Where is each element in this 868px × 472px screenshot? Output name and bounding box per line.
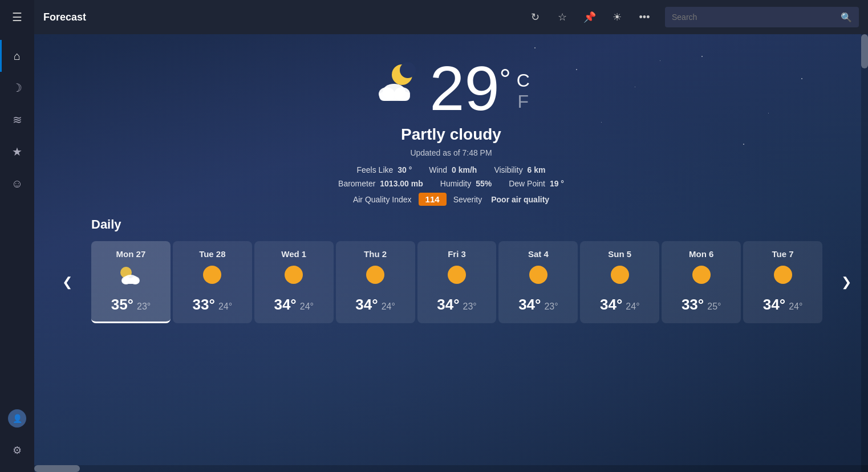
favorite-button[interactable]: ☆	[551, 6, 574, 29]
topbar-actions: ↻ ☆ 📌 ☀ ••• 🔍	[524, 6, 859, 29]
day-card-2[interactable]: Wed 134°24°	[254, 241, 334, 323]
sidebar-item-mood[interactable]: ☺	[0, 168, 34, 200]
day-temps-2: 34°24°	[274, 296, 314, 314]
updated-time: Updated as of 7:48 PM	[410, 148, 492, 157]
visibility-value: 6 km	[528, 165, 546, 174]
svg-point-13	[366, 266, 384, 284]
day-high-0: 35°	[111, 296, 133, 314]
sidebar-item-charts[interactable]: ≋	[0, 104, 34, 136]
svg-point-11	[203, 266, 221, 284]
weather-stats-row1: Feels Like 30 ° Wind 0 km/h Visibility 6…	[356, 165, 545, 174]
pin-button[interactable]: 📌	[578, 6, 601, 29]
day-high-4: 34°	[437, 296, 459, 314]
menu-button[interactable]: ☰	[0, 0, 34, 34]
chevron-right-icon: ❯	[841, 275, 851, 290]
main-area: Forecast ↻ ☆ 📌 ☀ ••• 🔍	[34, 0, 868, 472]
scroll-right-button[interactable]: ❯	[836, 272, 857, 292]
feels-like: Feels Like 30 °	[356, 165, 412, 174]
sidebar-item-home[interactable]: ⌂	[0, 40, 34, 72]
refresh-button[interactable]: ↻	[524, 6, 546, 29]
menu-icon: ☰	[12, 10, 22, 24]
fahrenheit-button[interactable]: F	[517, 91, 529, 112]
barometer-label: Barometer	[338, 179, 375, 188]
more-button[interactable]: •••	[633, 6, 656, 29]
daily-scroll-container: ❮ Mon 2735°23°Tue 2833°24°Wed 134°24°Thu…	[91, 241, 822, 323]
charts-icon: ≋	[13, 113, 22, 127]
sidebar-bottom: 👤 ⚙	[0, 402, 34, 472]
day-temps-5: 34°23°	[518, 296, 558, 314]
visibility: Visibility 6 km	[494, 165, 545, 174]
svg-point-12	[285, 266, 303, 284]
day-icon-2	[282, 263, 305, 291]
emoji-icon: ☺	[11, 177, 23, 190]
day-card-8[interactable]: Tue 734°24°	[743, 241, 822, 323]
avatar-button[interactable]: 👤	[0, 402, 34, 434]
severity-label: Severity	[453, 195, 482, 204]
svg-point-15	[529, 266, 547, 284]
day-label-4: Fri 3	[448, 249, 466, 259]
feels-like-value: 30 °	[398, 165, 412, 174]
unit-switcher: C F	[517, 70, 530, 112]
app-title: Forecast	[43, 11, 86, 23]
day-high-8: 34°	[763, 296, 785, 314]
day-high-7: 33°	[682, 296, 704, 314]
day-card-6[interactable]: Sun 534°24°	[580, 241, 659, 323]
day-low-7: 25°	[707, 302, 721, 312]
brightness-button[interactable]: ☀	[606, 6, 628, 29]
day-low-6: 24°	[626, 302, 639, 312]
day-card-1[interactable]: Tue 2833°24°	[173, 241, 252, 323]
day-temps-4: 34°23°	[437, 296, 477, 314]
day-low-3: 24°	[382, 302, 395, 312]
scrollbar-thumb[interactable]	[34, 465, 80, 472]
day-icon-0	[118, 263, 143, 291]
daily-title: Daily	[91, 217, 822, 232]
search-box[interactable]: 🔍	[665, 7, 859, 27]
home-icon: ⌂	[14, 50, 21, 63]
day-high-3: 34°	[355, 296, 378, 314]
humidity: Humidity 55%	[440, 179, 492, 188]
vertical-scrollbar[interactable]	[861, 34, 868, 472]
svg-rect-10	[122, 278, 139, 284]
day-low-8: 24°	[789, 302, 802, 312]
search-input[interactable]	[672, 13, 841, 22]
day-card-0[interactable]: Mon 2735°23°	[91, 241, 171, 323]
celsius-button[interactable]: C	[517, 70, 530, 91]
aqi-label: Air Quality Index	[353, 195, 412, 204]
sidebar-item-moon[interactable]: ☽	[0, 72, 34, 104]
visibility-label: Visibility	[494, 165, 522, 174]
weather-content: 29 ° C F Partly cloudy Updated as of 7:4…	[34, 34, 868, 472]
dew-point-value: 19 °	[550, 179, 564, 188]
day-high-5: 34°	[518, 296, 541, 314]
sidebar-nav: ⌂ ☽ ≋ ★ ☺	[0, 34, 34, 402]
day-card-3[interactable]: Thu 234°24°	[336, 241, 415, 323]
day-temps-3: 34°24°	[355, 296, 395, 314]
humidity-value: 55%	[476, 179, 492, 188]
horizontal-scrollbar[interactable]	[34, 465, 868, 472]
vertical-scrollbar-thumb[interactable]	[861, 34, 868, 68]
daily-section: Daily ❮ Mon 2735°23°Tue 2833°24°Wed 134°…	[34, 206, 868, 465]
avatar: 👤	[8, 409, 26, 428]
day-label-6: Sun 5	[608, 249, 631, 259]
search-icon[interactable]: 🔍	[841, 12, 852, 23]
day-label-5: Sat 4	[528, 249, 549, 259]
feels-like-label: Feels Like	[356, 165, 393, 174]
day-icon-6	[609, 263, 631, 291]
avatar-icon: 👤	[13, 414, 22, 423]
weather-icon	[372, 62, 424, 115]
wind-value: 0 km/h	[452, 165, 477, 174]
day-card-4[interactable]: Fri 334°23°	[417, 241, 497, 323]
day-icon-3	[364, 263, 387, 291]
day-icon-7	[690, 263, 713, 291]
sidebar-item-favorites[interactable]: ★	[0, 136, 34, 168]
day-temps-7: 33°25°	[682, 296, 721, 314]
temperature: 29	[429, 57, 499, 120]
severity-value: Poor air quality	[491, 195, 549, 204]
settings-button[interactable]: ⚙	[0, 434, 34, 466]
day-card-5[interactable]: Sat 434°23°	[498, 241, 578, 323]
day-card-7[interactable]: Mon 633°25°	[662, 241, 741, 323]
star-icon: ★	[12, 145, 22, 158]
day-icon-8	[772, 263, 794, 291]
current-weather: 29 ° C F Partly cloudy Updated as of 7:4…	[34, 34, 868, 206]
scroll-left-button[interactable]: ❮	[57, 272, 78, 292]
svg-point-14	[448, 266, 466, 284]
